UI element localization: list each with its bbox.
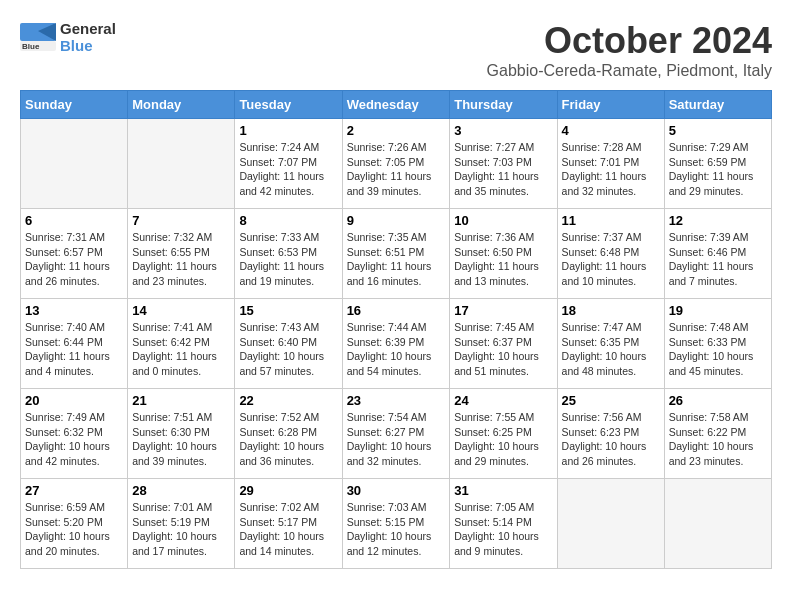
sunset-text: Sunset: 6:46 PM: [669, 245, 767, 260]
day-number: 5: [669, 123, 767, 138]
day-number: 28: [132, 483, 230, 498]
daylight-text: Daylight: 11 hours and 13 minutes.: [454, 259, 552, 288]
day-number: 12: [669, 213, 767, 228]
day-info: Sunrise: 7:35 AMSunset: 6:51 PMDaylight:…: [347, 230, 446, 289]
sunrise-text: Sunrise: 7:45 AM: [454, 320, 552, 335]
calendar-cell: 13Sunrise: 7:40 AMSunset: 6:44 PMDayligh…: [21, 299, 128, 389]
calendar-cell: 18Sunrise: 7:47 AMSunset: 6:35 PMDayligh…: [557, 299, 664, 389]
calendar-cell: 24Sunrise: 7:55 AMSunset: 6:25 PMDayligh…: [450, 389, 557, 479]
sunrise-text: Sunrise: 7:26 AM: [347, 140, 446, 155]
calendar-cell: 29Sunrise: 7:02 AMSunset: 5:17 PMDayligh…: [235, 479, 342, 569]
day-number: 15: [239, 303, 337, 318]
calendar-cell: 20Sunrise: 7:49 AMSunset: 6:32 PMDayligh…: [21, 389, 128, 479]
daylight-text: Daylight: 10 hours and 57 minutes.: [239, 349, 337, 378]
sunset-text: Sunset: 5:20 PM: [25, 515, 123, 530]
sunset-text: Sunset: 5:15 PM: [347, 515, 446, 530]
daylight-text: Daylight: 10 hours and 29 minutes.: [454, 439, 552, 468]
day-number: 23: [347, 393, 446, 408]
day-number: 11: [562, 213, 660, 228]
day-number: 21: [132, 393, 230, 408]
calendar-cell: 30Sunrise: 7:03 AMSunset: 5:15 PMDayligh…: [342, 479, 450, 569]
daylight-text: Daylight: 11 hours and 19 minutes.: [239, 259, 337, 288]
sunrise-text: Sunrise: 7:54 AM: [347, 410, 446, 425]
daylight-text: Daylight: 10 hours and 12 minutes.: [347, 529, 446, 558]
sunset-text: Sunset: 6:57 PM: [25, 245, 123, 260]
daylight-text: Daylight: 11 hours and 35 minutes.: [454, 169, 552, 198]
calendar-cell: 9Sunrise: 7:35 AMSunset: 6:51 PMDaylight…: [342, 209, 450, 299]
calendar-week-row: 13Sunrise: 7:40 AMSunset: 6:44 PMDayligh…: [21, 299, 772, 389]
day-info: Sunrise: 7:51 AMSunset: 6:30 PMDaylight:…: [132, 410, 230, 469]
day-info: Sunrise: 6:59 AMSunset: 5:20 PMDaylight:…: [25, 500, 123, 559]
logo-icon: Blue: [20, 23, 56, 51]
sunset-text: Sunset: 7:01 PM: [562, 155, 660, 170]
sunrise-text: Sunrise: 7:58 AM: [669, 410, 767, 425]
day-number: 13: [25, 303, 123, 318]
sunrise-text: Sunrise: 7:47 AM: [562, 320, 660, 335]
day-number: 16: [347, 303, 446, 318]
sunset-text: Sunset: 6:37 PM: [454, 335, 552, 350]
calendar-cell: 25Sunrise: 7:56 AMSunset: 6:23 PMDayligh…: [557, 389, 664, 479]
day-info: Sunrise: 7:45 AMSunset: 6:37 PMDaylight:…: [454, 320, 552, 379]
sunset-text: Sunset: 6:51 PM: [347, 245, 446, 260]
day-info: Sunrise: 7:02 AMSunset: 5:17 PMDaylight:…: [239, 500, 337, 559]
sunset-text: Sunset: 6:30 PM: [132, 425, 230, 440]
day-number: 27: [25, 483, 123, 498]
day-info: Sunrise: 7:29 AMSunset: 6:59 PMDaylight:…: [669, 140, 767, 199]
calendar-cell: 19Sunrise: 7:48 AMSunset: 6:33 PMDayligh…: [664, 299, 771, 389]
daylight-text: Daylight: 10 hours and 26 minutes.: [562, 439, 660, 468]
sunset-text: Sunset: 7:03 PM: [454, 155, 552, 170]
day-number: 14: [132, 303, 230, 318]
sunset-text: Sunset: 6:39 PM: [347, 335, 446, 350]
sunrise-text: Sunrise: 7:52 AM: [239, 410, 337, 425]
sunset-text: Sunset: 5:17 PM: [239, 515, 337, 530]
day-info: Sunrise: 7:03 AMSunset: 5:15 PMDaylight:…: [347, 500, 446, 559]
day-info: Sunrise: 7:58 AMSunset: 6:22 PMDaylight:…: [669, 410, 767, 469]
day-info: Sunrise: 7:48 AMSunset: 6:33 PMDaylight:…: [669, 320, 767, 379]
sunset-text: Sunset: 6:33 PM: [669, 335, 767, 350]
sunrise-text: Sunrise: 7:40 AM: [25, 320, 123, 335]
sunrise-text: Sunrise: 7:02 AM: [239, 500, 337, 515]
col-friday: Friday: [557, 91, 664, 119]
day-info: Sunrise: 7:43 AMSunset: 6:40 PMDaylight:…: [239, 320, 337, 379]
daylight-text: Daylight: 10 hours and 20 minutes.: [25, 529, 123, 558]
sunrise-text: Sunrise: 7:39 AM: [669, 230, 767, 245]
daylight-text: Daylight: 11 hours and 4 minutes.: [25, 349, 123, 378]
day-info: Sunrise: 7:31 AMSunset: 6:57 PMDaylight:…: [25, 230, 123, 289]
calendar-cell: 12Sunrise: 7:39 AMSunset: 6:46 PMDayligh…: [664, 209, 771, 299]
daylight-text: Daylight: 10 hours and 39 minutes.: [132, 439, 230, 468]
sunset-text: Sunset: 7:07 PM: [239, 155, 337, 170]
sunset-text: Sunset: 6:22 PM: [669, 425, 767, 440]
calendar-cell: 5Sunrise: 7:29 AMSunset: 6:59 PMDaylight…: [664, 119, 771, 209]
day-info: Sunrise: 7:33 AMSunset: 6:53 PMDaylight:…: [239, 230, 337, 289]
calendar-cell: 11Sunrise: 7:37 AMSunset: 6:48 PMDayligh…: [557, 209, 664, 299]
calendar-cell: 3Sunrise: 7:27 AMSunset: 7:03 PMDaylight…: [450, 119, 557, 209]
daylight-text: Daylight: 10 hours and 14 minutes.: [239, 529, 337, 558]
daylight-text: Daylight: 11 hours and 42 minutes.: [239, 169, 337, 198]
sunset-text: Sunset: 6:32 PM: [25, 425, 123, 440]
sunrise-text: Sunrise: 7:29 AM: [669, 140, 767, 155]
day-info: Sunrise: 7:37 AMSunset: 6:48 PMDaylight:…: [562, 230, 660, 289]
sunrise-text: Sunrise: 7:56 AM: [562, 410, 660, 425]
calendar-table: Sunday Monday Tuesday Wednesday Thursday…: [20, 90, 772, 569]
sunrise-text: Sunrise: 7:51 AM: [132, 410, 230, 425]
daylight-text: Daylight: 11 hours and 23 minutes.: [132, 259, 230, 288]
calendar-cell: 22Sunrise: 7:52 AMSunset: 6:28 PMDayligh…: [235, 389, 342, 479]
logo: Blue General Blue: [20, 20, 116, 54]
day-info: Sunrise: 7:52 AMSunset: 6:28 PMDaylight:…: [239, 410, 337, 469]
calendar-cell: [664, 479, 771, 569]
sunrise-text: Sunrise: 7:48 AM: [669, 320, 767, 335]
col-tuesday: Tuesday: [235, 91, 342, 119]
day-number: 19: [669, 303, 767, 318]
daylight-text: Daylight: 11 hours and 32 minutes.: [562, 169, 660, 198]
sunset-text: Sunset: 6:25 PM: [454, 425, 552, 440]
day-number: 4: [562, 123, 660, 138]
sunrise-text: Sunrise: 7:33 AM: [239, 230, 337, 245]
day-number: 20: [25, 393, 123, 408]
calendar-cell: 4Sunrise: 7:28 AMSunset: 7:01 PMDaylight…: [557, 119, 664, 209]
sunset-text: Sunset: 6:48 PM: [562, 245, 660, 260]
title-area: October 2024 Gabbio-Cereda-Ramate, Piedm…: [487, 20, 772, 80]
daylight-text: Daylight: 11 hours and 10 minutes.: [562, 259, 660, 288]
col-thursday: Thursday: [450, 91, 557, 119]
sunset-text: Sunset: 6:27 PM: [347, 425, 446, 440]
calendar-cell: 7Sunrise: 7:32 AMSunset: 6:55 PMDaylight…: [128, 209, 235, 299]
